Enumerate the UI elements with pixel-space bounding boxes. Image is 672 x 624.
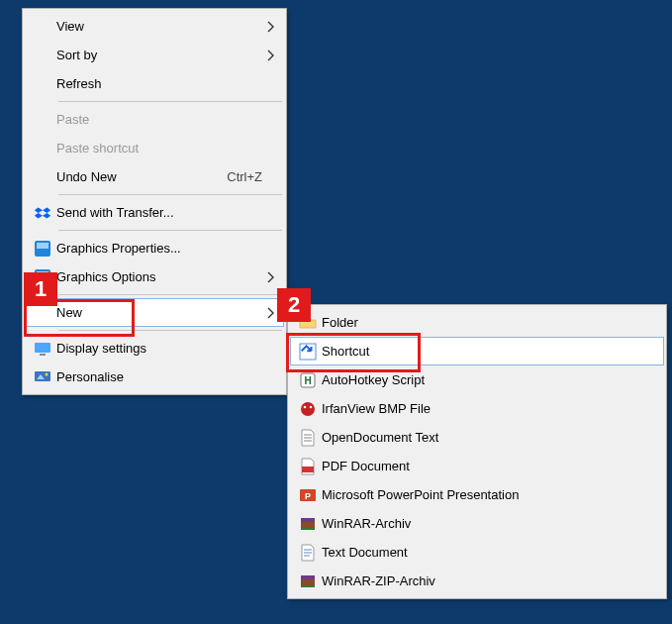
menu-item-paste: Paste [25, 105, 284, 134]
menu-label: Text Document [322, 545, 660, 560]
submenu-item-winrar-zip[interactable]: WinRAR-ZIP-Archiv [290, 567, 664, 595]
menu-label: Graphics Options [56, 269, 262, 284]
menu-label: New [56, 305, 262, 320]
svg-point-11 [301, 402, 315, 416]
submenu-item-powerpoint[interactable]: P Microsoft PowerPoint Presentation [290, 480, 664, 509]
svg-text:P: P [305, 491, 311, 501]
menu-label: Microsoft PowerPoint Presentation [322, 487, 660, 502]
submenu-item-autohotkey[interactable]: H AutoHotkey Script [290, 365, 664, 394]
menu-shortcut: Ctrl+Z [227, 169, 280, 184]
powerpoint-icon: P [294, 486, 322, 504]
submenu-item-irfanview-bmp[interactable]: IrfanView BMP File [290, 394, 664, 423]
menu-separator [58, 101, 282, 102]
menu-label: Refresh [56, 76, 280, 91]
menu-item-paste-shortcut: Paste shortcut [25, 134, 284, 162]
chevron-right-icon [262, 271, 280, 283]
svg-rect-22 [301, 528, 315, 530]
menu-label: IrfanView BMP File [322, 401, 660, 416]
annotation-marker-2: 2 [277, 288, 311, 322]
chevron-right-icon [262, 21, 280, 33]
menu-label: Undo New [56, 169, 227, 184]
graphics-properties-icon [29, 240, 56, 258]
menu-label: Shortcut [322, 344, 660, 359]
svg-rect-21 [301, 518, 315, 522]
submenu-item-opendocument-text[interactable]: OpenDocument Text [290, 423, 664, 452]
menu-item-view[interactable]: View [25, 12, 284, 41]
svg-rect-6 [35, 371, 50, 381]
svg-rect-5 [40, 354, 46, 356]
personalise-icon [29, 368, 56, 386]
svg-rect-28 [301, 585, 315, 587]
menu-item-graphics-properties[interactable]: Graphics Properties... [25, 234, 284, 262]
menu-item-display-settings[interactable]: Display settings [25, 334, 284, 363]
menu-separator [58, 230, 282, 231]
menu-item-send-with-transfer[interactable]: Send with Transfer... [25, 198, 284, 227]
menu-label: Display settings [56, 341, 280, 356]
display-settings-icon [29, 340, 56, 358]
annotation-marker-1: 1 [24, 272, 57, 306]
winrar-icon [294, 515, 322, 533]
autohotkey-icon: H [294, 371, 322, 389]
menu-item-graphics-options[interactable]: Graphics Options [25, 262, 284, 291]
menu-label: Send with Transfer... [56, 205, 280, 220]
document-icon [294, 429, 322, 447]
menu-item-new[interactable]: New [25, 298, 284, 327]
svg-rect-17 [302, 467, 314, 472]
menu-label: Paste shortcut [56, 141, 280, 156]
svg-rect-4 [35, 343, 50, 353]
menu-label: OpenDocument Text [322, 430, 660, 445]
menu-item-sort-by[interactable]: Sort by [25, 41, 284, 69]
svg-text:H: H [304, 375, 311, 386]
menu-label: View [56, 19, 262, 34]
submenu-item-pdf[interactable]: PDF Document [290, 452, 664, 480]
submenu-item-shortcut[interactable]: Shortcut [290, 337, 664, 365]
menu-item-undo-new[interactable]: Undo New Ctrl+Z [25, 162, 284, 191]
menu-item-personalise[interactable]: Personalise [25, 363, 284, 391]
new-submenu: Folder Shortcut H AutoHotkey Script Irfa… [287, 304, 667, 599]
svg-rect-1 [37, 243, 48, 249]
pdf-icon [294, 458, 322, 475]
svg-point-12 [304, 405, 307, 408]
menu-label: Sort by [56, 48, 262, 62]
dropbox-icon [29, 204, 56, 222]
svg-point-7 [46, 372, 48, 375]
menu-label: PDF Document [322, 459, 660, 473]
menu-label: WinRAR-ZIP-Archiv [322, 573, 660, 588]
svg-point-13 [310, 405, 313, 408]
chevron-right-icon [262, 50, 280, 61]
submenu-item-folder[interactable]: Folder [290, 308, 664, 337]
submenu-item-winrar[interactable]: WinRAR-Archiv [290, 509, 664, 538]
text-document-icon [294, 544, 322, 562]
submenu-item-text-document[interactable]: Text Document [290, 538, 664, 567]
menu-separator [58, 330, 282, 331]
menu-label: Folder [322, 315, 660, 330]
menu-separator [58, 194, 282, 195]
shortcut-icon [294, 343, 322, 361]
menu-item-refresh[interactable]: Refresh [25, 69, 284, 98]
winrar-zip-icon [294, 572, 322, 590]
menu-label: AutoHotkey Script [322, 372, 660, 387]
menu-label: Paste [56, 112, 280, 127]
menu-label: Personalise [56, 369, 280, 384]
desktop-context-menu: View Sort by Refresh Paste Paste shortcu… [22, 8, 287, 395]
menu-label: WinRAR-Archiv [322, 516, 660, 531]
irfanview-icon [294, 400, 322, 418]
svg-rect-27 [301, 575, 315, 579]
menu-label: Graphics Properties... [56, 241, 280, 256]
menu-separator [58, 294, 282, 295]
